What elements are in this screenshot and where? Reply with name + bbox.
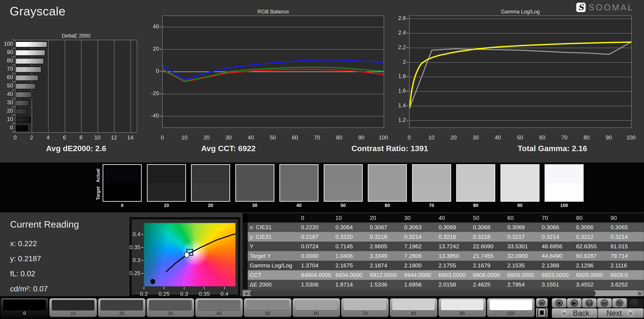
deltae-xlabel-12: 12 (109, 134, 119, 141)
stop-button[interactable]: ■ (552, 298, 566, 308)
table-row-label: ΔE 2000 (248, 280, 300, 289)
deltae-ytick (12, 98, 14, 99)
deltae-bar-10 (16, 117, 31, 123)
strip-swatch-label-100: 100 (544, 203, 584, 208)
pattern-tile-10[interactable]: 10 (49, 298, 97, 317)
infinity-button[interactable]: ∞ (597, 298, 612, 308)
pattern-tile-30[interactable]: 30 (146, 298, 194, 317)
back-button[interactable]: « Back (552, 308, 598, 318)
swatch-actual-60 (368, 165, 406, 183)
strip-swatch-0 (103, 164, 142, 202)
table-row: CCT84804.00006934.00006912.00006944.0000… (243, 270, 644, 280)
pattern-tile-40[interactable]: 40 (195, 298, 243, 317)
pattern-tile-0[interactable]: 0 (1, 298, 48, 317)
table-col-header-30: 30 (403, 213, 438, 223)
table-row-label: Target Y (248, 251, 300, 261)
table-cell: 0.3066 (541, 223, 575, 232)
whitepoint-circle-marker (184, 252, 189, 258)
deltae-bar-80 (16, 58, 44, 64)
table-cell: 33.5301 (506, 242, 541, 251)
table-row: y: CIE310.21870.32200.32180.32140.32180.… (243, 232, 644, 242)
gridline (48, 40, 48, 132)
scroll-right-icon[interactable]: ▶ (637, 290, 644, 297)
gamma-xlabel-70: 70 (558, 134, 571, 141)
soomal-logo-text: SOOMAL (589, 2, 634, 12)
pattern-tile-90[interactable]: 90 (438, 298, 486, 317)
table-cell: 2.7954 (506, 280, 541, 289)
table-row-label: x: CIE31 (248, 223, 300, 232)
scroll-left-icon[interactable]: ◀ (243, 290, 250, 297)
play-button[interactable]: ▶ (567, 298, 582, 308)
pattern-up-button[interactable]: ▲ (536, 298, 548, 307)
pattern-tile-20[interactable]: 20 (98, 298, 146, 317)
pattern-tile-60[interactable]: 60 (292, 298, 340, 317)
table-col-header-90: 90 (610, 213, 644, 223)
reading-x: x: 0.222 (10, 239, 37, 248)
gamma-chart-title: Gamma Log/Log (462, 9, 579, 15)
rgb-balance-plot (162, 15, 384, 128)
pattern-tile-70[interactable]: 70 (341, 298, 389, 317)
table-cell: 6912.0000 (369, 270, 403, 280)
pattern-tile-80[interactable]: 80 (390, 298, 438, 317)
gamma-ytick (406, 91, 408, 91)
swatch-target-50 (324, 183, 362, 201)
strip-swatch-60 (368, 164, 407, 202)
table-cell: 13.7242 (438, 242, 472, 251)
rgb-balance-chart-title: RGB Balance (214, 9, 332, 15)
table-col-header-10: 10 (334, 213, 369, 223)
deltae-ytick (12, 115, 14, 116)
deltae-ylabel-10: 10 (0, 116, 13, 122)
table-row: ΔE 20001.53061.87141.53361.69562.01582.4… (243, 280, 644, 289)
swatch-actual-30 (236, 165, 274, 183)
table-scrollbar[interactable]: ◀ ▶ (243, 290, 644, 297)
deltae-ylabel-0: 0 (0, 124, 13, 131)
next-button[interactable]: Next » (598, 308, 644, 318)
deltae-bar-100 (16, 41, 47, 47)
measured-point-marker (150, 279, 155, 284)
display-icon (537, 308, 546, 318)
refresh-button[interactable]: ↻ (612, 298, 627, 308)
table-cell: 0.0000 (300, 251, 334, 261)
gamma-xlabel-40: 40 (491, 134, 505, 141)
pattern-tile-50[interactable]: 50 (244, 298, 292, 317)
deltae-ylabel-50: 50 (0, 82, 13, 89)
rgb-ytick (160, 49, 162, 49)
pattern-tile-swatch (246, 300, 289, 310)
table-cell: 6905.0000 (506, 270, 541, 280)
strip-swatch-30 (235, 164, 274, 202)
table-cell: 1.6956 (403, 280, 438, 289)
back-button-label: Back (573, 309, 589, 317)
deltae-ytick (12, 107, 14, 107)
table-row: Y0.07240.71452.98057.196213.724222.60903… (243, 242, 644, 251)
pattern-tile-100[interactable]: 100 (487, 298, 535, 317)
table-cell: 6928.0000 (575, 270, 610, 280)
swatch-actual-20 (192, 165, 230, 183)
scrollbar-thumb[interactable] (250, 290, 596, 296)
swatch-actual-90 (501, 165, 539, 183)
cie-overlay (144, 223, 236, 286)
strip-swatch-40 (280, 164, 318, 202)
table-row: x: CIE310.22200.30640.30670.30630.30690.… (243, 223, 644, 232)
table-cell: 0.3069 (438, 223, 472, 232)
pattern-tile-swatch (52, 300, 94, 310)
table-cell: 1.5336 (369, 280, 403, 289)
pattern-tile-swatch (441, 300, 484, 310)
display-mode-button[interactable] (536, 308, 548, 318)
gamma-ylabel-1.8: 1.8 (389, 73, 406, 79)
rgb-xlabel-90: 90 (354, 134, 368, 141)
cie-xtick (224, 287, 225, 289)
gamma-xlabel-60: 60 (536, 134, 549, 141)
table-cell: 0.3063 (403, 223, 438, 232)
gamma-ytick (406, 33, 408, 33)
strip-swatch-label-10: 10 (147, 203, 186, 208)
rgb-xlabel-0: 0 (156, 134, 169, 141)
swatch-target-100 (545, 183, 583, 201)
table-cell: 7.2806 (403, 251, 438, 261)
gamma-xlabel-0: 0 (402, 134, 416, 141)
interval-button[interactable]: [‥] (582, 298, 597, 308)
table-cell: 0.3218 (438, 232, 472, 242)
up-arrow-icon: ▲ (538, 299, 545, 306)
table-cell: 2.1116 (610, 261, 644, 270)
table-cell: 46.6956 (541, 242, 575, 251)
gamma-xlabel-50: 50 (513, 134, 527, 141)
